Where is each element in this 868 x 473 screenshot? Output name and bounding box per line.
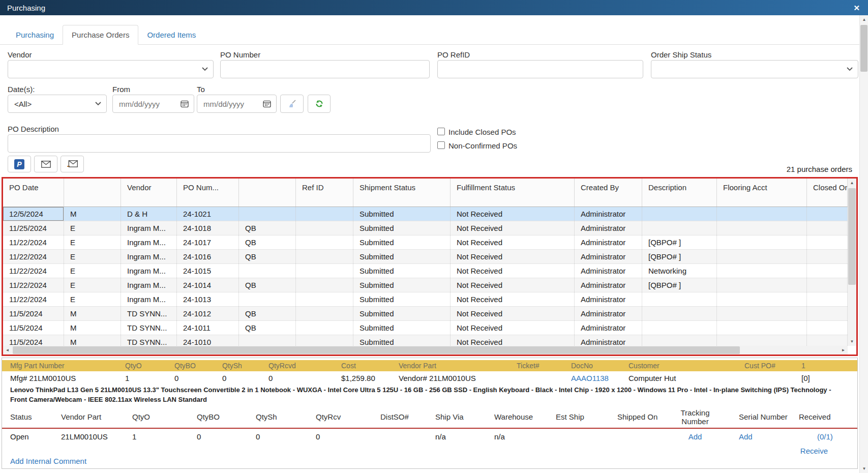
table-row[interactable]: 11/5/2024MTD SYNN...24-1012QBSubmittedNo…: [3, 307, 848, 321]
po-description-input[interactable]: [8, 134, 431, 153]
clear-filters-button[interactable]: [280, 95, 304, 113]
table-cell: Submitted: [353, 292, 451, 306]
from-date-input[interactable]: [112, 95, 194, 113]
table-row[interactable]: 11/25/2024EIngram M...24-1018QBSubmitted…: [3, 221, 848, 235]
vendor-select[interactable]: [8, 60, 214, 78]
email-edit-button[interactable]: [61, 156, 84, 172]
column-header: Est Ship: [556, 412, 617, 421]
line-qty-o: 1: [132, 432, 197, 444]
table-cell: [296, 307, 353, 320]
order-ship-status-select[interactable]: [651, 60, 858, 78]
table-cell: Submitted: [353, 221, 451, 235]
table-row[interactable]: 11/22/2024EIngram M...24-1015SubmittedNo…: [3, 264, 848, 278]
received-count-link[interactable]: (0/1): [817, 432, 833, 441]
table-cell: 24-1017: [177, 235, 239, 249]
table-row[interactable]: 11/5/2024MTD SYNN...24-1010SubmittedNot …: [3, 335, 848, 346]
lines-table-row[interactable]: Open 21LM0010US 1 0 0 0 n/a n/a Add Add …: [2, 429, 857, 444]
add-serial-link[interactable]: Add: [739, 432, 753, 441]
table-row[interactable]: 11/5/2024MTD SYNN...24-1011QBSubmittedNo…: [3, 321, 848, 335]
add-internal-comment-link[interactable]: Add Internal Comment: [10, 457, 86, 465]
table-cell: Not Received: [451, 335, 575, 346]
table-cell: TD SYNN...: [121, 321, 177, 335]
table-cell: [QBPO# ]: [642, 278, 717, 292]
dates-select[interactable]: <All>: [8, 95, 107, 113]
horizontal-scroll-thumb[interactable]: [13, 346, 740, 354]
orders-horizontal-scrollbar[interactable]: ◄ ►: [3, 346, 848, 354]
scroll-left-icon[interactable]: ◄: [3, 346, 12, 354]
vendor-label: Vendor: [8, 50, 32, 59]
scroll-up-icon[interactable]: ▲: [860, 15, 868, 24]
table-cell: Not Received: [451, 278, 575, 292]
table-cell: 24-1014: [177, 278, 239, 292]
column-header: 1: [801, 362, 857, 370]
table-cell: [642, 207, 717, 221]
table-cell: TD SYNN...: [121, 335, 177, 346]
chevron-down-icon: [202, 67, 208, 71]
to-date-field[interactable]: [203, 100, 252, 108]
po-refid-field[interactable]: [444, 65, 638, 74]
table-cell: [717, 221, 807, 235]
table-cell: Not Received: [451, 221, 575, 235]
to-label: To: [197, 85, 205, 94]
table-row[interactable]: 12/5/2024MD & H24-1021SubmittedNot Recei…: [3, 207, 848, 221]
table-row[interactable]: 11/22/2024EIngram M...24-1013SubmittedNo…: [3, 292, 848, 307]
table-cell: [296, 207, 353, 221]
page-scroll-thumb[interactable]: [860, 25, 867, 72]
table-cell: E: [64, 264, 121, 278]
vertical-scroll-thumb[interactable]: [848, 188, 856, 285]
send-po-button[interactable]: P: [8, 156, 31, 172]
column-header: PO Date: [3, 179, 64, 206]
table-cell: Ingram M...: [121, 235, 177, 249]
email-button[interactable]: [34, 156, 57, 172]
non-confirmed-pos-checkbox[interactable]: [437, 141, 445, 149]
table-row[interactable]: 11/22/2024EIngram M...24-1016QBSubmitted…: [3, 250, 848, 264]
table-cell: 24-1021: [177, 207, 239, 221]
table-cell: Administrator: [575, 250, 642, 263]
po-number-input[interactable]: [220, 60, 430, 78]
table-cell: Administrator: [575, 321, 642, 335]
doc-no-link[interactable]: AAAO1138: [571, 374, 609, 382]
po-number-field[interactable]: [227, 65, 424, 74]
tab-purchasing[interactable]: Purchasing: [7, 25, 63, 44]
table-row[interactable]: 11/22/2024EIngram M...24-1017QBSubmitted…: [3, 235, 848, 250]
table-cell: QB: [239, 321, 296, 335]
table-cell: [239, 264, 296, 278]
orders-vertical-scrollbar[interactable]: ▲ ▼: [848, 179, 856, 346]
table-cell: [807, 235, 848, 249]
table-cell: Administrator: [575, 221, 642, 235]
column-header: QtyRcvd: [268, 362, 341, 370]
orders-table: PO DateVendorPO Num...Ref IDShipment Sta…: [2, 177, 858, 356]
table-cell: Submitted: [353, 207, 451, 221]
to-date-input[interactable]: [197, 95, 277, 113]
close-icon[interactable]: ✕: [853, 4, 860, 12]
calendar-icon[interactable]: [181, 100, 189, 108]
tab-ordered-items[interactable]: Ordered Items: [138, 25, 204, 44]
qty-ordered: 1: [125, 374, 174, 382]
page-scrollbar[interactable]: ▲ ▼: [859, 15, 868, 473]
line-qty-rcv: 0: [316, 432, 380, 444]
column-header: QtyRcv: [316, 412, 380, 421]
po-refid-input[interactable]: [437, 60, 643, 78]
table-cell: Submitted: [353, 307, 451, 320]
table-cell: [717, 307, 807, 320]
po-description-field[interactable]: [14, 139, 425, 148]
include-closed-pos-checkbox[interactable]: [437, 128, 445, 135]
scroll-right-icon[interactable]: ►: [839, 346, 848, 354]
scroll-down-icon[interactable]: ▼: [860, 464, 868, 473]
table-cell: Administrator: [575, 278, 642, 292]
table-cell: [807, 278, 848, 292]
table-cell: Administrator: [575, 207, 642, 221]
table-cell: [296, 278, 353, 292]
tab-purchase-orders[interactable]: Purchase Orders: [63, 25, 138, 45]
from-date-field[interactable]: [119, 100, 170, 108]
add-tracking-link[interactable]: Add: [689, 432, 702, 441]
calendar-icon[interactable]: [263, 100, 271, 108]
orders-table-body: 12/5/2024MD & H24-1021SubmittedNot Recei…: [3, 207, 848, 346]
refresh-button[interactable]: [308, 95, 331, 113]
qty-shipped: 0: [222, 374, 268, 382]
scroll-down-icon[interactable]: ▼: [848, 337, 856, 346]
scroll-up-icon[interactable]: ▲: [848, 179, 856, 187]
receive-link[interactable]: Receive: [800, 447, 828, 455]
table-row[interactable]: 11/22/2024EIngram M...24-1014QBSubmitted…: [3, 278, 848, 292]
product-description: Lenovo ThinkPad L13 Gen 5 21LM0010US 13.…: [10, 385, 847, 404]
